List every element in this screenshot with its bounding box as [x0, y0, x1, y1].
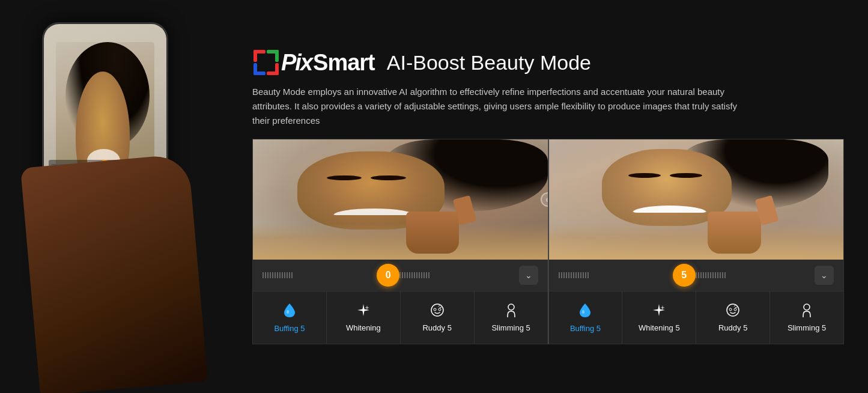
svg-rect-7: [275, 63, 279, 75]
tick: [571, 272, 572, 278]
whitening-label-left: Whitening: [346, 323, 381, 332]
buffing-label-left: Buffing 5: [274, 324, 305, 333]
logo-pix-text: Pix: [281, 50, 312, 76]
drop-icon-right: [578, 302, 592, 320]
dropdown-arrow-left[interactable]: ⌄: [519, 266, 538, 285]
tick: [279, 272, 281, 278]
tick: [272, 272, 273, 278]
svg-point-15: [729, 308, 732, 311]
tick: [712, 272, 714, 278]
tick: [407, 272, 408, 278]
tick: [561, 272, 562, 278]
tick: [705, 272, 706, 278]
header-area: PixSmart AI-Boost Beauty Mode Beauty Mod…: [252, 49, 844, 128]
eye-left-2: [371, 175, 406, 180]
tick: [722, 272, 723, 278]
brand-subtitle: AI-Boost Beauty Mode: [387, 51, 591, 75]
svg-rect-5: [253, 63, 257, 75]
tick: [416, 272, 417, 278]
phone-hand-wrapper: 5 Buffing 5: [12, 10, 228, 383]
tick: [277, 272, 278, 278]
eye-right-1: [628, 173, 661, 178]
svg-point-17: [804, 304, 810, 310]
control-ruddy-left[interactable]: Ruddy 5: [401, 291, 475, 344]
tick: [583, 272, 584, 278]
tick: [578, 272, 579, 278]
tick: [287, 272, 288, 278]
tick: [573, 272, 574, 278]
comparison-area: ⊕: [252, 139, 844, 344]
tick: [270, 272, 271, 278]
sparkle-icon-right: [652, 303, 666, 320]
slider-track-left[interactable]: 0: [263, 264, 514, 287]
tick: [275, 272, 276, 278]
tick: [423, 272, 425, 278]
svg-point-12: [508, 304, 514, 310]
photo-before: ⊕: [253, 139, 548, 260]
control-slimming-left[interactable]: Slimming 5: [475, 291, 548, 344]
tick: [399, 272, 401, 278]
photo-after: [549, 139, 844, 260]
dropdown-arrow-right[interactable]: ⌄: [815, 266, 834, 285]
shirt-left: [253, 224, 548, 260]
tick: [696, 272, 697, 278]
tick: [421, 272, 422, 278]
logo-smart-text: Smart: [313, 50, 375, 76]
slimming-label-right: Slimming 5: [788, 323, 826, 332]
controls-row-right: Buffing 5 Whitening 5: [549, 291, 844, 344]
comparison-panel-right: 5: [548, 139, 845, 344]
description-text: Beauty Mode employs an innovative AI alg…: [252, 85, 745, 128]
tick: [263, 272, 264, 278]
ruddy-label-right: Ruddy 5: [718, 323, 747, 332]
svg-point-9: [431, 304, 443, 316]
slim-icon-left: [505, 303, 518, 320]
slim-icon-right: [800, 303, 813, 320]
pixsmart-logo: PixSmart: [252, 49, 375, 76]
tick: [698, 272, 699, 278]
tick: [402, 272, 403, 278]
tick: [291, 272, 293, 278]
tick: [265, 272, 266, 278]
svg-point-16: [734, 308, 736, 311]
tick: [708, 272, 709, 278]
tick: [404, 272, 405, 278]
svg-rect-1: [253, 50, 257, 62]
ruddy-label-left: Ruddy 5: [422, 323, 451, 332]
control-slimming-right[interactable]: Slimming 5: [770, 291, 843, 344]
face-circle-icon-right: [726, 303, 740, 320]
control-buffing-right[interactable]: Buffing 5: [549, 291, 623, 344]
control-buffing-left[interactable]: Buffing 5: [253, 291, 327, 344]
whitening-label-right: Whitening 5: [639, 323, 680, 332]
eye-left-1: [327, 175, 362, 180]
tick: [580, 272, 581, 278]
tick: [284, 272, 285, 278]
control-ruddy-right[interactable]: Ruddy 5: [696, 291, 770, 344]
main-container: 5 Buffing 5: [0, 0, 868, 393]
buffing-label-right: Buffing 5: [570, 324, 601, 333]
tick: [282, 272, 283, 278]
svg-point-10: [434, 308, 436, 311]
shirt-right: [549, 224, 844, 260]
slider-right[interactable]: 5: [549, 260, 844, 291]
tick: [409, 272, 410, 278]
tick: [715, 272, 716, 278]
svg-rect-3: [275, 50, 279, 62]
control-whitening-left[interactable]: Whitening: [327, 291, 401, 344]
tick: [289, 272, 290, 278]
control-whitening-right[interactable]: Whitening 5: [622, 291, 696, 344]
tick: [717, 272, 718, 278]
tick: [720, 272, 721, 278]
hand-gesture-left: [406, 212, 459, 254]
eye-right-2: [670, 173, 702, 178]
drop-icon-left: [283, 302, 296, 320]
hand-shape: [20, 154, 208, 393]
slider-thumb-right[interactable]: 5: [673, 264, 696, 287]
brand-title: PixSmart AI-Boost Beauty Mode: [252, 49, 844, 76]
slider-left[interactable]: 0: [253, 260, 548, 291]
tick: [703, 272, 704, 278]
slider-thumb-left[interactable]: 0: [377, 264, 399, 287]
slider-track-right[interactable]: 5: [559, 264, 810, 287]
svg-point-11: [439, 308, 441, 311]
comparison-panel-left: ⊕: [252, 139, 548, 344]
phone-section: 5 Buffing 5: [0, 0, 240, 393]
